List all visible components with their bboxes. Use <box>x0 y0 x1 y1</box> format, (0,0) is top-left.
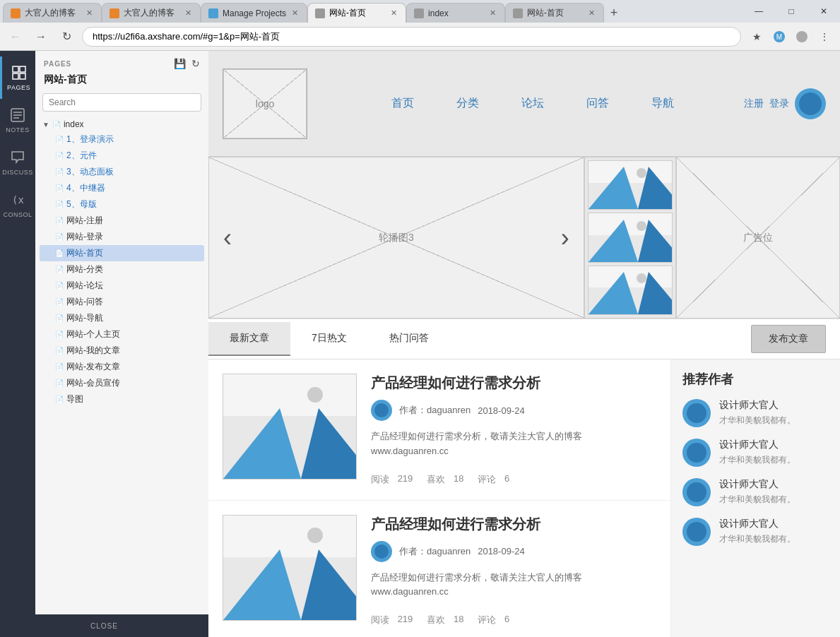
tab-hot7[interactable]: 7日热文 <box>290 322 368 356</box>
tree-item[interactable]: 📄2、元件 <box>40 148 204 164</box>
content-tabs-section: 最新文章 7日热文 热门问答 发布文章 <box>208 319 840 359</box>
main-content: PAGES NOTES <box>0 51 840 637</box>
tab-title: 大官人的博客 <box>124 7 179 19</box>
author-item-4: 设计师大官人 才华和美貌我都有。 <box>682 518 829 546</box>
nav-home[interactable]: 首页 <box>391 96 414 111</box>
notes-icon <box>9 107 26 124</box>
bookmark-button[interactable]: ★ <box>747 27 767 47</box>
tree-item[interactable]: 📄网站-注册 <box>40 213 204 229</box>
tab-close[interactable]: ✕ <box>184 7 193 19</box>
tree-page-icon: 📄 <box>55 363 64 371</box>
tree-item[interactable]: 📄3、动态面板 <box>40 164 204 180</box>
sidebar-icon-pages[interactable]: PAGES <box>0 56 35 99</box>
publish-button[interactable]: 发布文章 <box>751 325 826 353</box>
forward-button[interactable]: → <box>31 27 51 47</box>
nav-forum[interactable]: 论坛 <box>521 96 544 111</box>
thumb-2[interactable] <box>588 213 673 262</box>
browser-tab-tab6[interactable]: 网站-首页 ✕ <box>505 3 604 23</box>
tree-item[interactable]: 📄网站-会员宣传 <box>40 375 204 391</box>
tree-item[interactable]: 📄网站-登录 <box>40 229 204 245</box>
tab-close[interactable]: ✕ <box>389 7 398 19</box>
tree-item[interactable]: 📄网站-问答 <box>40 294 204 310</box>
tree-item[interactable]: 📄5、母版 <box>40 196 204 213</box>
refresh-button[interactable]: ↻ <box>57 27 76 47</box>
tree-folder-icon: 📄 <box>52 121 61 129</box>
tree-label: 网站-问答 <box>66 296 103 308</box>
nav-category[interactable]: 分类 <box>456 96 479 111</box>
nav-login[interactable]: 登录 <box>769 97 789 110</box>
export-button[interactable]: 💾 <box>174 58 186 69</box>
carousel-prev[interactable]: ‹ <box>223 223 232 253</box>
preview-content: logo 首页 分类 论坛 问答 导航 注册 登录 <box>208 51 840 637</box>
svg-rect-6 <box>20 73 25 79</box>
tree-item[interactable]: 📄导图 <box>40 391 204 407</box>
tab-hotqa[interactable]: 热门问答 <box>368 322 450 356</box>
nav-guide[interactable]: 导航 <box>651 96 674 111</box>
sidebar-icon-console[interactable]: (x) CONSOL <box>0 184 35 226</box>
browser-tab-tab3[interactable]: Manage Projects ✕ <box>201 3 307 23</box>
nav-qa[interactable]: 问答 <box>586 96 609 111</box>
article-desc-2: 产品经理如何进行需求分析，敬请关注大官人的博客 www.daguanren.cc <box>371 571 656 600</box>
extension-icon[interactable] <box>792 27 812 47</box>
tree-item[interactable]: 📄网站-导航 <box>40 310 204 326</box>
tree-item[interactable]: ▼📄index <box>40 117 204 131</box>
author-desc-2: 才华和美貌我都有。 <box>719 454 829 466</box>
tab-favicon <box>513 8 523 18</box>
search-box <box>42 93 201 112</box>
tree-item[interactable]: 📄网站-分类 <box>40 261 204 278</box>
tab-favicon <box>11 8 20 18</box>
tab-latest[interactable]: 最新文章 <box>208 322 290 356</box>
browser-tab-tab2[interactable]: 大官人的博客 ✕ <box>102 3 201 23</box>
pages-icon <box>11 64 28 81</box>
browser-tab-tab5[interactable]: index ✕ <box>406 3 505 23</box>
thumb-3[interactable] <box>588 266 673 315</box>
tree-item[interactable]: 📄网站-论坛 <box>40 278 204 294</box>
minimize-button[interactable]: — <box>743 0 775 23</box>
tree-item[interactable]: 📄1、登录演示 <box>40 131 204 148</box>
search-input[interactable] <box>42 93 201 112</box>
close-bar[interactable]: CLOSE <box>0 614 208 637</box>
address-input[interactable] <box>82 27 741 47</box>
comment-stat-2: 评论 6 <box>478 614 509 626</box>
article-author-avatar-2 <box>371 541 392 562</box>
tab-close[interactable]: ✕ <box>290 7 300 19</box>
tab-close[interactable]: ✕ <box>85 7 94 19</box>
author-name-4: 设计师大官人 <box>719 518 829 530</box>
read-stat-2: 阅读 219 <box>371 614 413 626</box>
new-tab-button[interactable]: + <box>604 3 624 23</box>
preview-area[interactable]: logo 首页 分类 论坛 问答 导航 注册 登录 <box>208 51 840 637</box>
tree-item[interactable]: 📄网站-发布文章 <box>40 359 204 375</box>
tree-page-icon: 📄 <box>55 314 64 322</box>
discuss-icon <box>9 149 26 166</box>
refresh-tree-button[interactable]: ↻ <box>191 58 200 69</box>
tree-label: 网站-登录 <box>66 231 103 243</box>
close-button[interactable]: ✕ <box>808 0 840 23</box>
console-label: CONSOL <box>3 211 32 218</box>
user-avatar[interactable] <box>795 88 826 119</box>
author-name-2: 设计师大官人 <box>719 439 829 451</box>
svg-rect-3 <box>13 66 18 72</box>
browser-tab-tab1[interactable]: 大官人的博客 ✕ <box>3 3 102 23</box>
svg-text:M: M <box>776 33 782 41</box>
sidebar-icon-notes[interactable]: NOTES <box>0 99 35 141</box>
profile-icon[interactable]: M <box>769 27 789 47</box>
tab-title: 大官人的博客 <box>25 7 81 19</box>
thumb-1[interactable] <box>588 160 673 210</box>
back-button[interactable]: ← <box>6 27 25 47</box>
maximize-button[interactable]: □ <box>775 0 808 23</box>
browser-tab-tab4[interactable]: 网站-首页 ✕ <box>307 3 406 23</box>
carousel-next[interactable]: › <box>561 223 569 253</box>
tree-label: 1、登录演示 <box>66 133 114 145</box>
tab-close[interactable]: ✕ <box>587 7 596 19</box>
tab-close[interactable]: ✕ <box>488 7 497 19</box>
tree-item[interactable]: 📄4、中继器 <box>40 180 204 196</box>
sidebar-icon-discuss[interactable]: DISCUSS <box>0 141 35 184</box>
tab-favicon <box>208 8 218 18</box>
author-desc-4: 才华和美貌我都有。 <box>719 533 829 545</box>
tree-item[interactable]: 📄网站-首页 <box>40 245 204 261</box>
tree-item[interactable]: 📄网站-我的文章 <box>40 343 204 359</box>
tree-item[interactable]: 📄网站-个人主页 <box>40 326 204 343</box>
nav-register[interactable]: 注册 <box>744 97 764 110</box>
more-button[interactable]: ⋮ <box>815 27 834 47</box>
author-info-4: 设计师大官人 才华和美貌我都有。 <box>719 518 829 545</box>
